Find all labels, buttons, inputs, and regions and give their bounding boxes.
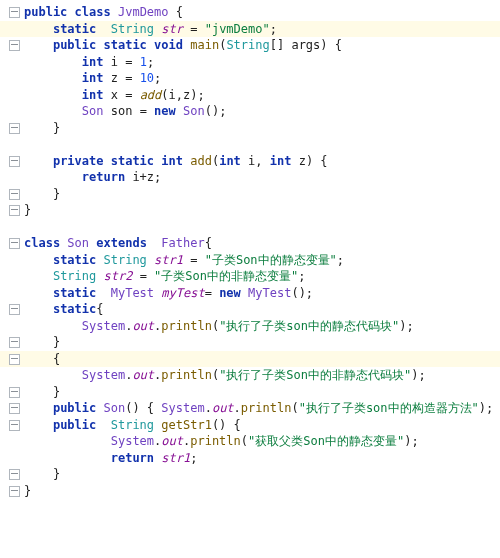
code-line: static String str1 = "子类Son中的静态变量"; — [0, 252, 500, 269]
code-line: static String str = "jvmDemo"; — [0, 21, 500, 38]
fold-gutter[interactable] — [4, 37, 24, 54]
fold-minus-icon[interactable] — [9, 238, 20, 249]
fold-minus-icon[interactable] — [9, 304, 20, 315]
fold-minus-icon[interactable] — [9, 205, 20, 216]
code-line: } — [0, 466, 500, 483]
fold-gutter[interactable] — [4, 483, 24, 500]
code-line: System.out.println("获取父类Son中的静态变量"); — [0, 433, 500, 450]
code-line: private static int add(int i, int z) { — [0, 153, 500, 170]
code-line: } — [0, 334, 500, 351]
code-line: Son son = new Son(); — [0, 103, 500, 120]
fold-minus-icon[interactable] — [9, 7, 20, 18]
code-line: return str1; — [0, 450, 500, 467]
code-line: public Son() { System.out.println("执行了子类… — [0, 400, 500, 417]
fold-gutter[interactable] — [4, 417, 24, 434]
code-line: System.out.println("执行了子类son中的静态代码块"); — [0, 318, 500, 335]
fold-gutter[interactable] — [4, 153, 24, 170]
fold-minus-icon[interactable] — [9, 387, 20, 398]
fold-minus-icon[interactable] — [9, 403, 20, 414]
fold-gutter[interactable] — [4, 400, 24, 417]
fold-gutter[interactable] — [4, 351, 24, 368]
fold-gutter[interactable] — [4, 384, 24, 401]
fold-minus-icon[interactable] — [9, 156, 20, 167]
code-line: public static void main(String[] args) { — [0, 37, 500, 54]
code-line: return i+z; — [0, 169, 500, 186]
code-editor[interactable]: public class JvmDemo { static String str… — [0, 0, 500, 520]
code-line: String str2 = "子类Son中的非静态变量"; — [0, 268, 500, 285]
code-line: static MyTest myTest= new MyTest(); — [0, 285, 500, 302]
code-line: } — [0, 202, 500, 219]
code-line: System.out.println("执行了子类Son中的非静态代码块"); — [0, 367, 500, 384]
fold-gutter[interactable] — [4, 4, 24, 21]
code-line: static{ — [0, 301, 500, 318]
code-line: } — [0, 120, 500, 137]
code-line — [0, 136, 500, 153]
fold-minus-icon[interactable] — [9, 486, 20, 497]
code-line: } — [0, 384, 500, 401]
fold-gutter[interactable] — [4, 202, 24, 219]
fold-gutter[interactable] — [4, 334, 24, 351]
fold-gutter[interactable] — [4, 186, 24, 203]
code-line: int x = add(i,z); — [0, 87, 500, 104]
fold-gutter[interactable] — [4, 301, 24, 318]
fold-minus-icon[interactable] — [9, 420, 20, 431]
code-line — [0, 219, 500, 236]
code-line: } — [0, 483, 500, 500]
code-line: int z = 10; — [0, 70, 500, 87]
code-line: { — [0, 351, 500, 368]
code-line: } — [0, 186, 500, 203]
code-line: class Son extends Father{ — [0, 235, 500, 252]
code-line: int i = 1; — [0, 54, 500, 71]
fold-minus-icon[interactable] — [9, 354, 20, 365]
fold-minus-icon[interactable] — [9, 40, 20, 51]
code-line: public String getStr1() { — [0, 417, 500, 434]
code-line — [0, 499, 500, 516]
fold-minus-icon[interactable] — [9, 189, 20, 200]
fold-minus-icon[interactable] — [9, 123, 20, 134]
fold-gutter[interactable] — [4, 235, 24, 252]
fold-minus-icon[interactable] — [9, 469, 20, 480]
fold-gutter[interactable] — [4, 120, 24, 137]
code-line: public class JvmDemo { — [0, 4, 500, 21]
fold-gutter[interactable] — [4, 466, 24, 483]
fold-minus-icon[interactable] — [9, 337, 20, 348]
